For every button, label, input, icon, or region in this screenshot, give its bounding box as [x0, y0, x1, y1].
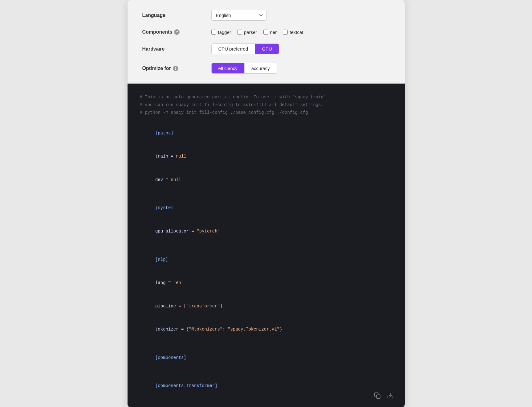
optimize-help-icon[interactable]: ? [173, 66, 178, 71]
code-dev-line: dev = null [140, 168, 392, 192]
code-lang-line: lang = "en" [140, 271, 392, 295]
components-help-icon[interactable]: ? [174, 29, 180, 35]
checkbox-tagger-label: tagger [218, 30, 231, 35]
code-train-line: train = null [140, 145, 392, 168]
code-components-header: [components] [140, 346, 392, 370]
code-actions [373, 391, 395, 400]
download-button[interactable] [386, 391, 395, 400]
svg-rect-0 [376, 395, 380, 398]
code-system-header: [system] [140, 196, 392, 220]
optimize-row: Optimize for ? efficiency accuracy [142, 63, 390, 74]
checkbox-textcat-label: textcat [290, 30, 303, 35]
copy-button[interactable] [373, 391, 382, 400]
code-comment-1: # This is an auto-generated partial conf… [140, 93, 392, 101]
config-panel: Language English German French Spanish C… [128, 0, 405, 84]
code-panel: # This is an auto-generated partial conf… [128, 84, 405, 407]
code-gpu-line: gpu_allocator = "pytorch" [140, 220, 392, 243]
hardware-label: Hardware [142, 46, 204, 52]
code-components-transformer-header: [components.transformer] [140, 374, 392, 398]
language-label: Language [142, 13, 204, 18]
hardware-cpu-button[interactable]: CPU preferred [212, 44, 255, 54]
components-label: Components ? [142, 29, 204, 35]
checkbox-parser[interactable]: parser [237, 30, 257, 35]
optimize-label: Optimize for ? [142, 66, 204, 71]
hardware-toggle-group: CPU preferred GPU [211, 43, 279, 54]
spacer-3 [140, 243, 392, 248]
optimize-accuracy-button[interactable]: accuracy [244, 63, 277, 73]
components-row: Components ? tagger parser ner [142, 29, 390, 35]
spacer-5 [140, 369, 392, 374]
code-comment-2: # you can run spacy init fill-config to … [140, 101, 392, 109]
spacer-1 [140, 117, 392, 122]
code-pipeline-line: pipeline = ["transformer"] [140, 295, 392, 318]
checkbox-ner[interactable]: ner [263, 30, 277, 35]
checkbox-tagger-input[interactable] [211, 30, 216, 35]
code-paths-header: [paths] [140, 122, 392, 145]
spacer-2 [140, 191, 392, 196]
language-row: Language English German French Spanish C… [142, 10, 390, 21]
code-nlp-header: [nlp] [140, 248, 392, 271]
checkbox-parser-input[interactable] [237, 30, 242, 35]
optimize-toggle-group: efficiency accuracy [211, 63, 277, 74]
main-container: Language English German French Spanish C… [128, 0, 405, 407]
checkbox-ner-input[interactable] [263, 30, 268, 35]
spacer-4 [140, 341, 392, 346]
checkbox-parser-label: parser [244, 30, 257, 35]
checkbox-tagger[interactable]: tagger [211, 30, 231, 35]
components-group: tagger parser ner textcat [211, 30, 303, 35]
code-comment-3: # python -m spacy init fill-config ./bas… [140, 109, 392, 117]
optimize-efficiency-button[interactable]: efficiency [212, 63, 244, 73]
language-select[interactable]: English German French Spanish Chinese Ja… [211, 10, 267, 21]
checkbox-textcat-input[interactable] [283, 30, 288, 35]
hardware-gpu-button[interactable]: GPU [255, 44, 279, 54]
hardware-row: Hardware CPU preferred GPU [142, 43, 390, 54]
code-tokenizer-line: tokenizer = {"@tokenizers": "spacy.Token… [140, 318, 392, 341]
checkbox-textcat[interactable]: textcat [283, 30, 303, 35]
checkbox-ner-label: ner [270, 30, 277, 35]
